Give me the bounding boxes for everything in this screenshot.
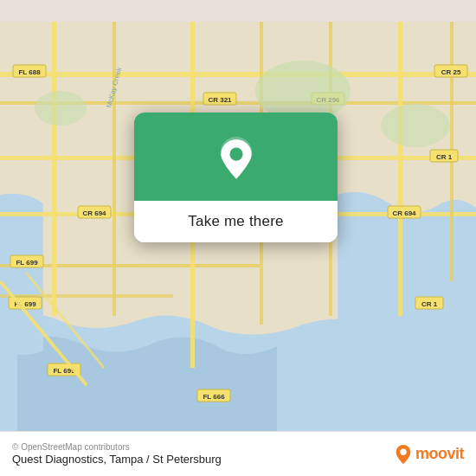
svg-point-41 (35, 91, 87, 125)
svg-text:CR 1: CR 1 (421, 300, 438, 308)
svg-text:CR 25: CR 25 (441, 68, 461, 76)
svg-point-45 (229, 148, 242, 161)
location-pin-icon (214, 137, 259, 182)
svg-text:FL 688: FL 688 (18, 68, 41, 76)
svg-text:CR 1: CR 1 (436, 153, 453, 161)
take-me-there-button[interactable]: Take me there (134, 201, 338, 242)
svg-rect-12 (398, 22, 402, 316)
location-label: Quest Diagnostics, Tampa / St Petersburg (12, 453, 222, 466)
svg-text:CR 694: CR 694 (392, 209, 416, 217)
destination-card: Take me there (134, 113, 338, 242)
bottom-bar: © OpenStreetMap contributors Quest Diagn… (0, 431, 476, 476)
svg-point-46 (400, 448, 406, 454)
svg-text:CR 694: CR 694 (82, 209, 106, 217)
svg-rect-1 (0, 72, 476, 77)
bottom-info: © OpenStreetMap contributors Quest Diagn… (12, 442, 222, 466)
moovit-pin-icon (395, 444, 412, 465)
svg-text:FL 699: FL 699 (16, 259, 38, 267)
card-header (134, 113, 338, 201)
copyright-text: © OpenStreetMap contributors (12, 442, 222, 452)
svg-text:CR 321: CR 321 (208, 96, 232, 104)
svg-rect-7 (52, 22, 56, 316)
map-container: FL 688 CR 321 CR 296 CR 25 CR 1 CR 694 C… (0, 0, 476, 476)
svg-text:FL 666: FL 666 (203, 393, 225, 401)
moovit-logo: moovit (395, 444, 464, 465)
moovit-text: moovit (415, 445, 464, 463)
svg-rect-8 (113, 22, 116, 316)
svg-point-40 (381, 104, 450, 147)
